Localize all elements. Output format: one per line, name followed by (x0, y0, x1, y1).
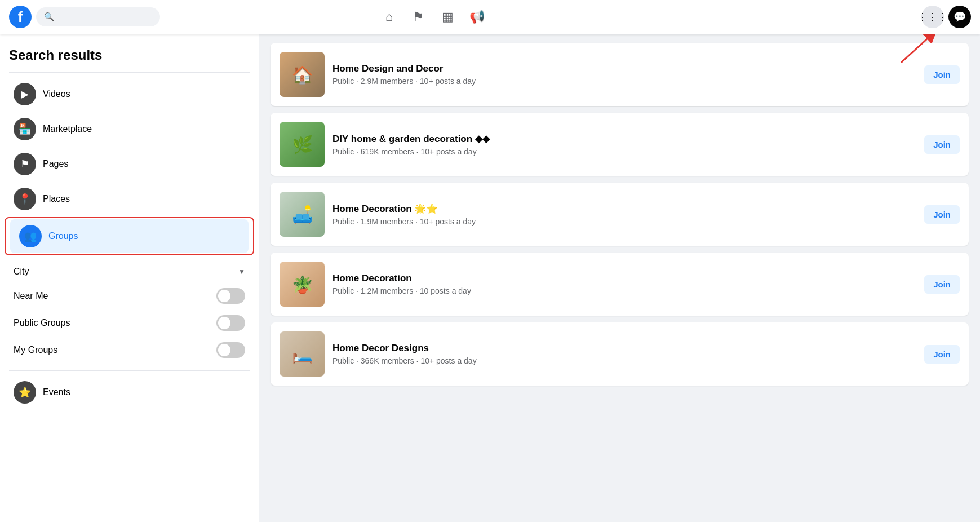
nav-icons: ⌂ ⚑ ▦ 📢 (375, 3, 490, 30)
near-me-filter-label: Near Me (14, 291, 48, 301)
flag-nav-button[interactable]: ⚑ (405, 3, 432, 30)
nav-right: ⋮⋮⋮ 💬 (921, 6, 971, 28)
group-meta-4: Public · 1.2M members · 10 posts a day (332, 286, 924, 295)
events-icon: ⭐ (14, 381, 36, 404)
join-button-2[interactable]: Join (924, 135, 960, 154)
places-icon: 📍 (14, 188, 36, 210)
pages-icon: ⚑ (14, 153, 36, 175)
group-name-1: Home Design and Decor (332, 63, 924, 74)
group-thumb-5: 🛏️ (280, 331, 325, 377)
group-name-2: DIY home & garden decoration ◆◆ (332, 133, 924, 145)
sub-filters: City ▼ Near Me Public Groups My Groups (0, 256, 259, 368)
topnav: f 🔍 home decor ⌂ ⚑ ▦ 📢 ⋮⋮⋮ 💬 (0, 0, 980, 34)
group-card-2: 🌿 DIY home & garden decoration ◆◆ Public… (271, 113, 969, 176)
marketplace-label: Marketplace (43, 124, 92, 134)
sidebar-divider-2 (9, 370, 250, 371)
sidebar-item-videos[interactable]: ▶ Videos (5, 77, 254, 111)
city-filter-label: City (14, 267, 29, 277)
group-card-1: 🏠 Home Design and Decor Public · 2.9M me… (271, 43, 969, 106)
search-input[interactable]: home decor (58, 12, 148, 22)
filter-city[interactable]: City ▼ (9, 261, 250, 282)
pages-label: Pages (43, 159, 68, 169)
group-meta-3: Public · 1.9M members · 10+ posts a day (332, 217, 924, 226)
sidebar: Search results ▶ Videos 🏪 Marketplace ⚑ … (0, 34, 259, 522)
sidebar-item-pages[interactable]: ⚑ Pages (5, 147, 254, 181)
main-layout: Search results ▶ Videos 🏪 Marketplace ⚑ … (0, 34, 980, 522)
group-info-5: Home Decor Designs Public · 366K members… (332, 343, 924, 365)
content-area: 🏠 Home Design and Decor Public · 2.9M me… (259, 34, 980, 522)
near-me-toggle[interactable] (216, 288, 245, 304)
megaphone-nav-button[interactable]: 📢 (463, 3, 490, 30)
group-thumb-3: 🛋️ (280, 192, 325, 237)
group-thumb-icon-2: 🌿 (280, 122, 325, 167)
public-groups-filter-label: Public Groups (14, 318, 70, 328)
sidebar-item-marketplace[interactable]: 🏪 Marketplace (5, 112, 254, 146)
filter-my-groups[interactable]: My Groups (9, 337, 250, 364)
city-dropdown-arrow: ▼ (238, 268, 245, 276)
group-thumb-icon-5: 🛏️ (280, 331, 325, 377)
videos-icon: ▶ (14, 83, 36, 105)
grid-menu-button[interactable]: ⋮⋮⋮ (921, 6, 944, 28)
group-info-2: DIY home & garden decoration ◆◆ Public ·… (332, 133, 924, 156)
group-info-1: Home Design and Decor Public · 2.9M memb… (332, 63, 924, 86)
sidebar-item-groups[interactable]: 👥 Groups (10, 219, 249, 253)
group-meta-5: Public · 366K members · 10+ posts a day (332, 356, 924, 365)
join-button-5[interactable]: Join (924, 345, 960, 364)
group-thumb-2: 🌿 (280, 122, 325, 167)
events-label: Events (43, 387, 70, 397)
marketplace-icon: 🏪 (14, 118, 36, 140)
group-thumb-icon-1: 🏠 (280, 52, 325, 97)
messenger-button[interactable]: 💬 (948, 6, 971, 28)
groups-nav-button[interactable]: ▦ (434, 3, 461, 30)
red-arrow-annotation (890, 34, 941, 65)
group-name-5: Home Decor Designs (332, 343, 924, 354)
group-card-4: 🪴 Home Decoration Public · 1.2M members … (271, 253, 969, 316)
group-meta-2: Public · 619K members · 10+ posts a day (332, 147, 924, 156)
group-thumb-icon-3: 🛋️ (280, 192, 325, 237)
join-button-1[interactable]: Join (924, 65, 960, 84)
sidebar-divider (9, 72, 250, 73)
videos-label: Videos (43, 89, 70, 99)
group-card-5: 🛏️ Home Decor Designs Public · 366K memb… (271, 322, 969, 386)
logo-wrap: f 🔍 home decor (9, 6, 160, 28)
groups-selected-border: 👥 Groups (5, 217, 254, 255)
sidebar-item-places[interactable]: 📍 Places (5, 182, 254, 216)
sidebar-item-events[interactable]: ⭐ Events (5, 375, 254, 409)
group-info-3: Home Decoration 🌟⭐ Public · 1.9M members… (332, 203, 924, 226)
city-filter-right: ▼ (238, 268, 245, 276)
home-nav-button[interactable]: ⌂ (375, 3, 402, 30)
facebook-logo: f (9, 6, 32, 28)
join-button-4[interactable]: Join (924, 275, 960, 294)
svg-line-1 (901, 34, 932, 63)
groups-icon: 👥 (19, 225, 42, 247)
filter-public-groups[interactable]: Public Groups (9, 309, 250, 337)
join-button-3[interactable]: Join (924, 205, 960, 224)
public-groups-toggle[interactable] (216, 315, 245, 331)
my-groups-toggle[interactable] (216, 342, 245, 358)
filter-near-me[interactable]: Near Me (9, 282, 250, 309)
groups-label: Groups (48, 231, 78, 241)
search-icon: 🔍 (44, 12, 55, 22)
places-label: Places (43, 194, 70, 204)
group-info-4: Home Decoration Public · 1.2M members · … (332, 273, 924, 295)
my-groups-filter-label: My Groups (14, 345, 57, 355)
group-name-4: Home Decoration (332, 273, 924, 284)
group-thumb-4: 🪴 (280, 262, 325, 307)
sidebar-title: Search results (0, 43, 259, 70)
search-box[interactable]: 🔍 home decor (36, 7, 160, 26)
group-name-3: Home Decoration 🌟⭐ (332, 203, 924, 215)
group-thumb-icon-4: 🪴 (280, 262, 325, 307)
group-card-3: 🛋️ Home Decoration 🌟⭐ Public · 1.9M memb… (271, 183, 969, 246)
group-meta-1: Public · 2.9M members · 10+ posts a day (332, 77, 924, 86)
group-thumb-1: 🏠 (280, 52, 325, 97)
